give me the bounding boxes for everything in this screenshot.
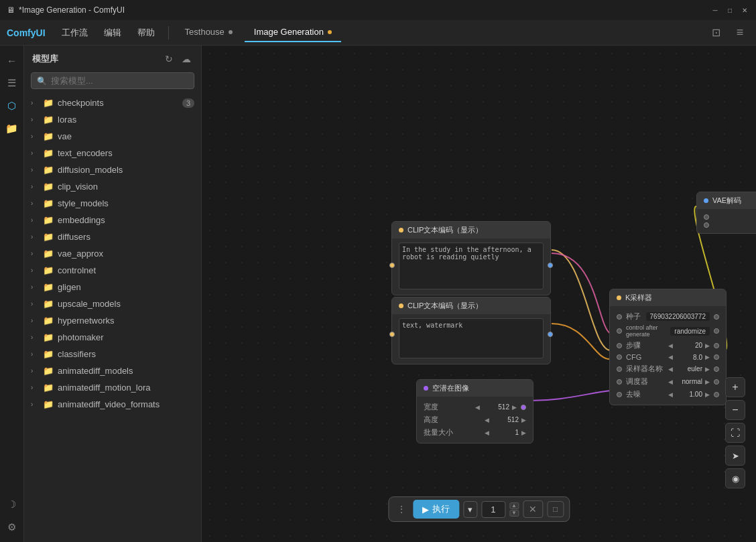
node-ksampler[interactable]: K采样器 种子 769032206003772 control after ge… [609, 289, 727, 405]
tree-item[interactable]: ›📁loras [24, 111, 201, 128]
main-layout: ← ☰ ⬡ 📁 ☽ ⚙ 模型库 ↻ ☁ 🔍 ›📁checkpoints3›📁lo… [0, 46, 756, 542]
menubar: ComfyUI 工作流 编辑 帮助 Testhouse Image Genera… [0, 20, 756, 46]
tree-item[interactable]: ›📁upscale_models [24, 295, 201, 312]
tree-item[interactable]: ›📁style_models [24, 195, 201, 212]
scheduler-value: normal [676, 378, 702, 385]
tree-item[interactable]: ›📁text_encoders [24, 145, 201, 161]
icon-back[interactable]: ← [3, 51, 21, 70]
tree-item[interactable]: ›📁clip_vision [24, 178, 201, 195]
maximize-button[interactable]: □ [725, 5, 735, 15]
send-button[interactable]: ➤ [725, 446, 745, 466]
tree-item-label: animatediff_models [58, 366, 194, 376]
menu-help[interactable]: 帮助 [131, 24, 162, 42]
toolbar-dots[interactable]: ⋮ [394, 502, 409, 516]
cfg-up-btn[interactable]: ▶ [705, 354, 710, 360]
cloud-button[interactable]: ☁ [180, 52, 193, 66]
run-count-input[interactable]: 1 [481, 501, 505, 518]
cfg-down-btn[interactable]: ◀ [668, 354, 673, 360]
ksampler-port-l2 [617, 328, 622, 334]
tree-item[interactable]: ›📁classifiers [24, 346, 201, 362]
sampler-down-btn[interactable]: ◀ [668, 366, 673, 372]
latent-stepper-width: ◀ 512 ▶ [475, 403, 517, 411]
tree-item[interactable]: ›📁photomaker [24, 329, 201, 346]
icon-models[interactable]: ⬡ [3, 96, 21, 115]
icon-folder[interactable]: 📁 [3, 119, 21, 138]
refresh-button[interactable]: ↻ [162, 52, 176, 66]
denoise-up-btn[interactable]: ▶ [705, 391, 710, 398]
tree-item[interactable]: ›📁controlnet [24, 262, 201, 279]
close-button[interactable]: ✕ [740, 5, 749, 15]
menu-button[interactable]: ≡ [731, 23, 749, 42]
tree-item[interactable]: ›📁vae_approx [24, 245, 201, 262]
layout-toggle-button[interactable]: ⊡ [706, 23, 725, 42]
run-dropdown[interactable]: ▾ [463, 501, 477, 518]
ksampler-label-scheduler: 调度器 [626, 377, 664, 387]
tab-testhouse[interactable]: Testhouse [176, 23, 242, 42]
steps-value: 20 [676, 342, 702, 349]
tree-item-label: clip_vision [58, 182, 194, 192]
icon-list[interactable]: ☰ [3, 74, 21, 92]
node-clip-text2-textarea[interactable] [399, 318, 544, 358]
batch-up-btn[interactable]: ▶ [521, 429, 526, 436]
tree-item[interactable]: ›📁animatediff_motion_lora [24, 379, 201, 396]
folder-icon: 📁 [43, 182, 54, 192]
icon-moon[interactable]: ☽ [3, 495, 21, 514]
node-latent[interactable]: 空潜在图像 宽度 ◀ 512 ▶ 高度 ◀ 512 [416, 379, 533, 444]
node-clip-text2[interactable]: CLIP文本编码（显示） [391, 297, 551, 364]
tree-item[interactable]: ›📁vae [24, 128, 201, 145]
tree-chevron-icon: › [31, 149, 39, 157]
run-label: 执行 [432, 503, 450, 515]
run-button[interactable]: ▶ 执行 [413, 500, 459, 519]
search-input[interactable] [51, 76, 188, 86]
window-title: *Image Generation - ComfyUI [19, 5, 125, 15]
tree-chevron-icon: › [31, 334, 39, 341]
tree-item[interactable]: ›📁animatediff_models [24, 362, 201, 379]
eye-button[interactable]: ◉ [725, 468, 745, 488]
tree-item[interactable]: ›📁checkpoints3 [24, 94, 201, 111]
zoom-in-button[interactable]: + [725, 377, 745, 397]
ksampler-stepper-steps: ◀ 20 ▶ [668, 342, 710, 349]
node-vae-title: VAE解码 [712, 196, 741, 206]
ksampler-value-seed: 769032206003772 [646, 312, 710, 321]
count-down-btn[interactable]: ▼ [509, 510, 519, 517]
sampler-up-btn[interactable]: ▶ [705, 366, 710, 372]
icon-settings[interactable]: ⚙ [3, 518, 21, 537]
height-down-btn[interactable]: ◀ [485, 417, 489, 423]
node-clip-text1-textarea[interactable] [399, 243, 544, 289]
tree-chevron-icon: › [31, 384, 39, 391]
batch-down-btn[interactable]: ◀ [485, 429, 489, 436]
tree-item-label: diffusers [58, 232, 194, 242]
tree-item[interactable]: ›📁animatediff_video_formats [24, 396, 201, 413]
minimize-button[interactable]: ─ [710, 5, 720, 15]
node-clip-text1[interactable]: CLIP文本编码（显示） [391, 221, 551, 295]
count-up-btn[interactable]: ▲ [509, 502, 519, 509]
menu-workflow[interactable]: 工作流 [55, 24, 94, 42]
width-up-btn[interactable]: ▶ [512, 404, 517, 411]
tab-image-generation[interactable]: Image Generation [245, 23, 341, 42]
tab-image-generation-dot [328, 30, 332, 34]
steps-down-btn[interactable]: ◀ [668, 342, 673, 349]
height-up-btn[interactable]: ▶ [521, 417, 526, 423]
stop-button[interactable]: □ [547, 501, 564, 517]
ksampler-port-r4 [714, 354, 719, 360]
cfg-value: 8.0 [676, 354, 702, 361]
cancel-button[interactable]: ✕ [523, 500, 543, 518]
node-ksampler-row-steps: 步骤 ◀ 20 ▶ [617, 339, 719, 352]
denoise-down-btn[interactable]: ◀ [668, 391, 673, 398]
zoom-out-button[interactable]: − [725, 400, 745, 420]
menu-edit[interactable]: 编辑 [97, 24, 128, 42]
tree-item[interactable]: ›📁gligen [24, 279, 201, 295]
node-vae[interactable]: VAE解码 [696, 192, 756, 234]
tree-item[interactable]: ›📁hypernetworks [24, 312, 201, 329]
tree-item-label: text_encoders [58, 148, 194, 158]
ksampler-port-l3 [617, 343, 622, 348]
scheduler-down-btn[interactable]: ◀ [668, 379, 673, 385]
scheduler-up-btn[interactable]: ▶ [705, 379, 710, 385]
steps-up-btn[interactable]: ▶ [705, 342, 710, 349]
zoom-fit-button[interactable]: ⛶ [725, 423, 745, 443]
width-down-btn[interactable]: ◀ [475, 404, 480, 411]
tree-item[interactable]: ›📁embeddings [24, 212, 201, 228]
canvas-area[interactable]: CLIP文本编码（显示） CLIP文本编码（显示） [202, 46, 756, 542]
tree-item[interactable]: ›📁diffusion_models [24, 161, 201, 178]
tree-item[interactable]: ›📁diffusers [24, 228, 201, 245]
